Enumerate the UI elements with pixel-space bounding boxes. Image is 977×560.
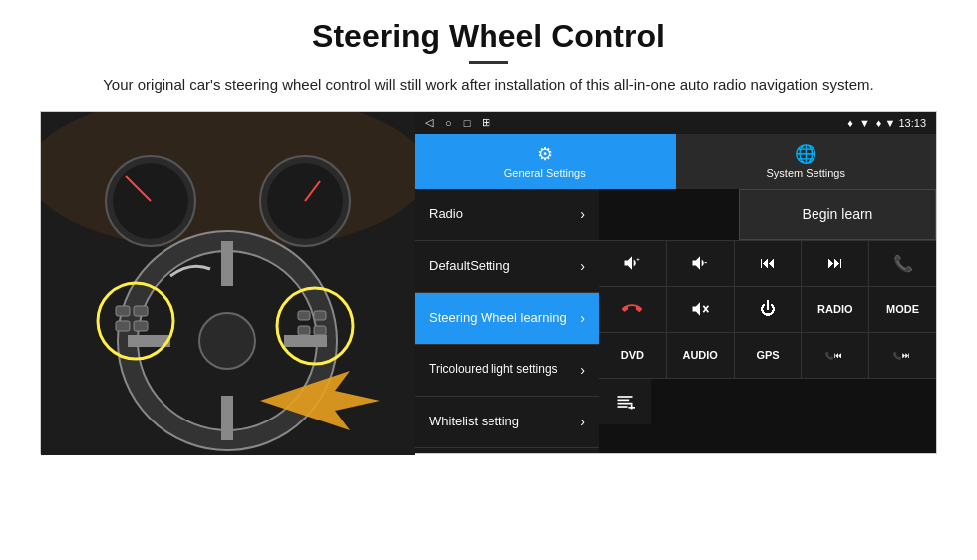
empty-cell	[599, 189, 739, 240]
controls-row-3: DVD AUDIO GPS 📞 ⏮	[599, 333, 936, 379]
menu-item-default[interactable]: DefaultSetting ›	[415, 241, 599, 293]
phone-answer-button[interactable]: 📞	[869, 241, 936, 286]
svg-point-14	[199, 313, 255, 369]
page-subtitle: Your original car's steering wheel contr…	[40, 74, 937, 97]
chevron-icon: ›	[580, 310, 585, 326]
status-bar: ◁ ○ □ ⊞ ♦ ▼ ♦ ▼ 13:13	[415, 112, 936, 134]
menu-item-tricoloured[interactable]: Tricoloured light settings ›	[415, 345, 599, 397]
left-menu: Radio › DefaultSetting › Steering Wheel …	[415, 189, 599, 453]
svg-text:+: +	[637, 256, 641, 262]
svg-text:📞: 📞	[893, 351, 902, 360]
svg-rect-36	[618, 402, 633, 404]
apps-icon[interactable]: ⊞	[482, 116, 490, 129]
chevron-icon: ›	[580, 258, 585, 274]
mode-button[interactable]: MODE	[869, 287, 936, 332]
gps-button[interactable]: GPS	[735, 333, 803, 378]
dvd-button[interactable]: DVD	[599, 333, 667, 378]
status-bar-right: ♦ ▼ ♦ ▼ 13:13	[847, 117, 926, 129]
begin-learn-row: Begin learn	[599, 189, 936, 241]
tab-system[interactable]: 🌐 System Settings	[676, 134, 937, 189]
status-bar-left: ◁ ○ □ ⊞	[425, 116, 490, 129]
svg-rect-21	[134, 321, 148, 331]
svg-text:⏮: ⏮	[834, 351, 842, 360]
content-area: ◁ ○ □ ⊞ ♦ ▼ ♦ ▼ 13:13 ⚙ General Settings	[40, 111, 937, 454]
begin-learn-button[interactable]: Begin learn	[739, 189, 936, 240]
svg-text:📞: 📞	[825, 351, 834, 360]
tab-general[interactable]: ⚙ General Settings	[415, 134, 676, 189]
svg-rect-39	[628, 407, 635, 409]
chevron-icon: ›	[580, 414, 585, 429]
page-wrapper: Steering Wheel Control Your original car…	[0, 0, 977, 464]
tab-bar: ⚙ General Settings 🌐 System Settings	[415, 134, 936, 189]
android-ui: ◁ ○ □ ⊞ ♦ ▼ ♦ ▼ 13:13 ⚙ General Settings	[415, 112, 936, 453]
svg-point-1	[41, 112, 415, 251]
controls-row-4	[599, 379, 936, 424]
controls-row-2: ⏻ RADIO MODE	[599, 287, 936, 333]
menu-item-radio[interactable]: Radio ›	[415, 189, 599, 241]
chevron-icon: ›	[580, 362, 585, 378]
svg-rect-37	[618, 406, 628, 408]
svg-rect-20	[116, 321, 130, 331]
menu-controls: Radio › DefaultSetting › Steering Wheel …	[415, 189, 936, 453]
svg-text:-: -	[704, 257, 707, 267]
tel-prev-button[interactable]: 📞 ⏮	[802, 333, 869, 378]
recents-icon[interactable]: □	[464, 117, 471, 129]
svg-rect-35	[618, 399, 630, 401]
tel-next-button[interactable]: 📞 ⏭	[869, 333, 936, 378]
vol-up-button[interactable]: +	[599, 241, 667, 286]
right-controls: Begin learn +	[599, 189, 936, 453]
chevron-icon: ›	[580, 206, 585, 222]
page-title: Steering Wheel Control	[40, 18, 937, 55]
home-icon[interactable]: ○	[445, 117, 452, 129]
wifi-icon: ▼	[859, 117, 870, 129]
audio-button[interactable]: AUDIO	[667, 333, 735, 378]
svg-rect-22	[298, 311, 310, 320]
svg-rect-18	[116, 306, 130, 316]
controls-row-1: + - ⏮ ⏭	[599, 241, 936, 287]
prev-track-button[interactable]: ⏮	[735, 241, 803, 286]
svg-rect-19	[134, 306, 148, 316]
svg-rect-23	[314, 311, 326, 320]
gear-icon: ⚙	[537, 143, 553, 165]
svg-text:⏭: ⏭	[902, 351, 910, 360]
clock: ♦ ▼ 13:13	[876, 117, 926, 129]
system-icon: 🌐	[795, 143, 816, 165]
phone-hangup-button[interactable]	[599, 287, 667, 332]
signal-icon: ♦	[847, 117, 853, 129]
power-button[interactable]: ⏻	[735, 287, 803, 332]
svg-rect-25	[314, 326, 326, 335]
vol-down-button[interactable]: -	[667, 241, 735, 286]
svg-rect-24	[298, 326, 310, 335]
back-icon[interactable]: ◁	[425, 116, 433, 129]
menu-item-whitelist[interactable]: Whitelist setting ›	[415, 397, 599, 448]
svg-rect-34	[618, 396, 633, 398]
menu-item-steering[interactable]: Steering Wheel learning ›	[415, 293, 599, 345]
car-image-area	[41, 112, 415, 455]
list-icon-button[interactable]	[599, 379, 651, 424]
next-track-button[interactable]: ⏭	[802, 241, 869, 286]
title-divider	[469, 61, 508, 64]
radio-button[interactable]: RADIO	[802, 287, 869, 332]
mute-button[interactable]	[667, 287, 735, 332]
